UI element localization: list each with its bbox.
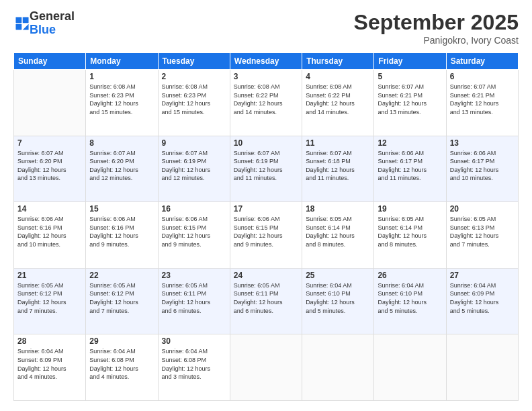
page: General Blue September 2025 Panigokro, I… bbox=[0, 0, 532, 411]
day-info: Sunrise: 6:06 AM Sunset: 6:15 PM Dayligh… bbox=[162, 215, 226, 248]
day-number: 11 bbox=[306, 138, 370, 148]
table-cell: 3Sunrise: 6:08 AM Sunset: 6:22 PM Daylig… bbox=[230, 70, 302, 136]
table-cell: 20Sunrise: 6:05 AM Sunset: 6:13 PM Dayli… bbox=[446, 202, 518, 269]
table-cell: 10Sunrise: 6:07 AM Sunset: 6:19 PM Dayli… bbox=[230, 136, 302, 202]
header-wednesday: Wednesday bbox=[230, 53, 302, 70]
day-number: 27 bbox=[450, 271, 515, 280]
table-cell: 5Sunrise: 6:07 AM Sunset: 6:21 PM Daylig… bbox=[374, 70, 446, 136]
logo-blue-text: Blue bbox=[30, 23, 56, 36]
day-info: Sunrise: 6:04 AM Sunset: 6:09 PM Dayligh… bbox=[17, 347, 82, 381]
table-cell: 16Sunrise: 6:06 AM Sunset: 6:15 PM Dayli… bbox=[158, 202, 230, 269]
day-number: 26 bbox=[378, 271, 442, 280]
day-info: Sunrise: 6:07 AM Sunset: 6:19 PM Dayligh… bbox=[234, 149, 298, 183]
logo-general-text: General bbox=[30, 9, 75, 23]
day-number: 18 bbox=[306, 204, 370, 214]
day-info: Sunrise: 6:07 AM Sunset: 6:20 PM Dayligh… bbox=[89, 149, 154, 183]
day-number: 19 bbox=[378, 204, 442, 214]
header-sunday: Sunday bbox=[14, 53, 86, 70]
day-info: Sunrise: 6:07 AM Sunset: 6:19 PM Dayligh… bbox=[162, 149, 226, 183]
table-cell: 4Sunrise: 6:08 AM Sunset: 6:22 PM Daylig… bbox=[302, 70, 374, 136]
day-number: 30 bbox=[162, 336, 226, 346]
day-number: 16 bbox=[162, 204, 226, 214]
table-cell: 24Sunrise: 6:05 AM Sunset: 6:11 PM Dayli… bbox=[230, 268, 302, 334]
table-cell bbox=[14, 70, 86, 136]
header-monday: Monday bbox=[86, 53, 158, 70]
day-number: 20 bbox=[450, 204, 515, 214]
table-cell: 11Sunrise: 6:07 AM Sunset: 6:18 PM Dayli… bbox=[302, 136, 374, 202]
svg-marker-3 bbox=[23, 24, 29, 30]
table-cell bbox=[302, 334, 374, 401]
day-info: Sunrise: 6:07 AM Sunset: 6:20 PM Dayligh… bbox=[17, 149, 82, 183]
svg-rect-0 bbox=[15, 17, 21, 23]
table-cell: 30Sunrise: 6:04 AM Sunset: 6:08 PM Dayli… bbox=[158, 334, 230, 401]
day-number: 2 bbox=[162, 72, 226, 81]
day-info: Sunrise: 6:08 AM Sunset: 6:22 PM Dayligh… bbox=[306, 83, 370, 116]
calendar-table: Sunday Monday Tuesday Wednesday Thursday… bbox=[13, 52, 519, 401]
week-row-2: 7Sunrise: 6:07 AM Sunset: 6:20 PM Daylig… bbox=[14, 136, 519, 202]
day-info: Sunrise: 6:08 AM Sunset: 6:22 PM Dayligh… bbox=[234, 83, 298, 116]
day-number: 17 bbox=[234, 204, 298, 214]
day-info: Sunrise: 6:05 AM Sunset: 6:14 PM Dayligh… bbox=[306, 215, 370, 248]
table-cell: 26Sunrise: 6:04 AM Sunset: 6:10 PM Dayli… bbox=[374, 268, 446, 334]
day-number: 28 bbox=[17, 336, 82, 346]
day-info: Sunrise: 6:04 AM Sunset: 6:10 PM Dayligh… bbox=[378, 281, 442, 315]
table-cell bbox=[230, 334, 302, 401]
day-info: Sunrise: 6:08 AM Sunset: 6:23 PM Dayligh… bbox=[162, 83, 226, 116]
month-title: September 2025 bbox=[354, 10, 519, 35]
header-saturday: Saturday bbox=[446, 53, 518, 70]
table-cell: 1Sunrise: 6:08 AM Sunset: 6:23 PM Daylig… bbox=[86, 70, 158, 136]
day-info: Sunrise: 6:04 AM Sunset: 6:10 PM Dayligh… bbox=[306, 281, 370, 315]
day-number: 25 bbox=[306, 271, 370, 280]
table-cell: 19Sunrise: 6:05 AM Sunset: 6:14 PM Dayli… bbox=[374, 202, 446, 269]
day-number: 9 bbox=[162, 138, 226, 148]
day-info: Sunrise: 6:04 AM Sunset: 6:08 PM Dayligh… bbox=[89, 347, 154, 381]
day-number: 12 bbox=[378, 138, 442, 148]
table-cell: 25Sunrise: 6:04 AM Sunset: 6:10 PM Dayli… bbox=[302, 268, 374, 334]
day-info: Sunrise: 6:05 AM Sunset: 6:14 PM Dayligh… bbox=[378, 215, 442, 248]
table-cell: 8Sunrise: 6:07 AM Sunset: 6:20 PM Daylig… bbox=[86, 136, 158, 202]
day-number: 6 bbox=[450, 72, 515, 81]
day-info: Sunrise: 6:05 AM Sunset: 6:12 PM Dayligh… bbox=[17, 281, 82, 315]
table-cell: 9Sunrise: 6:07 AM Sunset: 6:19 PM Daylig… bbox=[158, 136, 230, 202]
day-info: Sunrise: 6:07 AM Sunset: 6:21 PM Dayligh… bbox=[378, 83, 442, 116]
table-cell: 7Sunrise: 6:07 AM Sunset: 6:20 PM Daylig… bbox=[14, 136, 86, 202]
svg-rect-2 bbox=[15, 24, 21, 30]
table-cell: 14Sunrise: 6:06 AM Sunset: 6:16 PM Dayli… bbox=[14, 202, 86, 269]
day-number: 24 bbox=[234, 271, 298, 280]
day-number: 4 bbox=[306, 72, 370, 81]
day-info: Sunrise: 6:06 AM Sunset: 6:17 PM Dayligh… bbox=[450, 149, 515, 183]
title-block: September 2025 Panigokro, Ivory Coast bbox=[354, 10, 519, 46]
table-cell: 2Sunrise: 6:08 AM Sunset: 6:23 PM Daylig… bbox=[158, 70, 230, 136]
table-cell: 15Sunrise: 6:06 AM Sunset: 6:16 PM Dayli… bbox=[86, 202, 158, 269]
table-cell bbox=[446, 334, 518, 401]
week-row-3: 14Sunrise: 6:06 AM Sunset: 6:16 PM Dayli… bbox=[14, 202, 519, 269]
day-info: Sunrise: 6:06 AM Sunset: 6:16 PM Dayligh… bbox=[89, 215, 154, 248]
header: General Blue September 2025 Panigokro, I… bbox=[13, 10, 519, 46]
week-row-1: 1Sunrise: 6:08 AM Sunset: 6:23 PM Daylig… bbox=[14, 70, 519, 136]
table-cell: 23Sunrise: 6:05 AM Sunset: 6:11 PM Dayli… bbox=[158, 268, 230, 334]
table-cell: 6Sunrise: 6:07 AM Sunset: 6:21 PM Daylig… bbox=[446, 70, 518, 136]
day-info: Sunrise: 6:04 AM Sunset: 6:09 PM Dayligh… bbox=[450, 281, 515, 315]
header-friday: Friday bbox=[374, 53, 446, 70]
location: Panigokro, Ivory Coast bbox=[354, 35, 519, 46]
header-tuesday: Tuesday bbox=[158, 53, 230, 70]
day-number: 10 bbox=[234, 138, 298, 148]
day-number: 15 bbox=[89, 204, 154, 214]
day-info: Sunrise: 6:07 AM Sunset: 6:21 PM Dayligh… bbox=[450, 83, 515, 116]
day-info: Sunrise: 6:06 AM Sunset: 6:17 PM Dayligh… bbox=[378, 149, 442, 183]
day-info: Sunrise: 6:05 AM Sunset: 6:12 PM Dayligh… bbox=[89, 281, 154, 315]
table-cell: 13Sunrise: 6:06 AM Sunset: 6:17 PM Dayli… bbox=[446, 136, 518, 202]
table-cell: 17Sunrise: 6:06 AM Sunset: 6:15 PM Dayli… bbox=[230, 202, 302, 269]
table-cell: 27Sunrise: 6:04 AM Sunset: 6:09 PM Dayli… bbox=[446, 268, 518, 334]
day-number: 29 bbox=[89, 336, 154, 346]
day-number: 5 bbox=[378, 72, 442, 81]
weekday-header-row: Sunday Monday Tuesday Wednesday Thursday… bbox=[14, 53, 519, 70]
day-number: 13 bbox=[450, 138, 515, 148]
day-number: 21 bbox=[17, 271, 82, 280]
day-info: Sunrise: 6:06 AM Sunset: 6:16 PM Dayligh… bbox=[17, 215, 82, 248]
svg-rect-1 bbox=[23, 17, 29, 23]
logo: General Blue bbox=[13, 10, 75, 37]
day-info: Sunrise: 6:07 AM Sunset: 6:18 PM Dayligh… bbox=[306, 149, 370, 183]
table-cell: 29Sunrise: 6:04 AM Sunset: 6:08 PM Dayli… bbox=[86, 334, 158, 401]
table-cell bbox=[374, 334, 446, 401]
